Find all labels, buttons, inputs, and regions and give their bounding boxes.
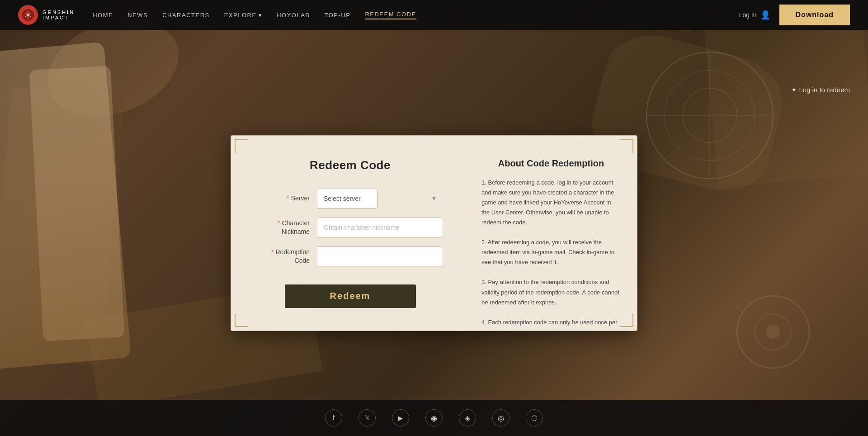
- character-nickname-input[interactable]: [317, 218, 442, 237]
- login-button[interactable]: Log In 👤: [739, 10, 770, 20]
- about-text: 1. Before redeeming a code, log in to yo…: [481, 178, 621, 326]
- code-required: *: [271, 248, 274, 256]
- social-facebook[interactable]: f: [325, 409, 342, 427]
- about-title: About Code Redemption: [481, 158, 621, 169]
- social-twitter[interactable]: 𝕏: [359, 409, 376, 427]
- user-icon: 👤: [760, 10, 770, 20]
- server-label: *Server: [258, 194, 317, 202]
- login-redeem-bar[interactable]: ✦ Log in to redeem: [791, 86, 850, 94]
- redeem-button-wrapper: Redeem: [258, 279, 442, 308]
- card-corner-bl: [235, 313, 248, 327]
- character-nickname-row: *CharacterNickname: [258, 218, 442, 237]
- bg-scroll-2: [29, 66, 124, 341]
- logo-sub: IMPACT: [42, 15, 75, 20]
- bg-gear: [705, 264, 841, 400]
- hero-section: ✦ Log in to redeem Redeem Code *Server S…: [0, 0, 868, 436]
- nav-links: HOME NEWS CHARACTERS EXPLORE ▾ HoYoLAB T…: [93, 11, 416, 19]
- logo-icon: [18, 5, 38, 25]
- social-instagram[interactable]: ◉: [425, 409, 443, 427]
- logo[interactable]: Genshin IMPACT: [18, 5, 75, 25]
- reddit-icon: ◎: [498, 414, 504, 422]
- twitter-icon: 𝕏: [365, 414, 370, 422]
- facebook-icon: f: [333, 414, 335, 422]
- social-reddit[interactable]: ◎: [492, 409, 509, 427]
- redeem-form-title: Redeem Code: [258, 158, 442, 172]
- about-panel: About Code Redemption 1. Before redeemin…: [465, 136, 637, 326]
- social-discord2[interactable]: ⬡: [526, 409, 543, 427]
- login-redeem-label: ✦ Log in to redeem: [791, 86, 850, 94]
- nav-right: Log In 👤 Download: [739, 5, 850, 25]
- server-required: *: [287, 194, 289, 202]
- instagram-icon: ◉: [431, 414, 437, 422]
- download-button[interactable]: Download: [779, 5, 850, 25]
- navbar: Genshin IMPACT HOME NEWS CHARACTERS EXPL…: [0, 0, 868, 30]
- svg-point-11: [766, 325, 780, 339]
- server-row: *Server Select server Asia America Europ…: [258, 189, 442, 209]
- server-select[interactable]: Select server Asia America Europe TW, HK…: [317, 189, 377, 209]
- nav-link-hoyolab[interactable]: HoYoLAB: [277, 12, 310, 19]
- svg-point-1: [27, 14, 29, 16]
- character-required: *: [278, 219, 280, 227]
- nav-link-redeem[interactable]: REDEEM CODE: [365, 11, 416, 19]
- redeem-card: Redeem Code *Server Select server Asia A…: [231, 135, 637, 331]
- redemption-code-label: *RedemptionCode: [258, 248, 317, 264]
- nav-left: Genshin IMPACT HOME NEWS CHARACTERS EXPL…: [18, 5, 416, 25]
- redeem-button[interactable]: Redeem: [285, 284, 416, 308]
- card-corner-tl: [235, 139, 248, 153]
- character-nickname-label: *CharacterNickname: [258, 219, 317, 235]
- server-select-wrapper: Select server Asia America Europe TW, HK…: [317, 189, 442, 209]
- redemption-code-row: *RedemptionCode XBRSDNF6BP4R: [258, 246, 442, 266]
- nav-link-home[interactable]: HOME: [93, 12, 113, 19]
- footer: f 𝕏 ▶ ◉ ◈ ◎ ⬡: [0, 400, 868, 436]
- discord-icon: ◈: [465, 414, 470, 422]
- nav-link-news[interactable]: NEWS: [127, 12, 148, 19]
- card-corner-tr: [620, 139, 633, 153]
- youtube-icon: ▶: [398, 415, 403, 422]
- social-discord[interactable]: ◈: [459, 409, 476, 427]
- explore-label: EXPLORE: [224, 12, 257, 19]
- chevron-down-icon: ▼: [431, 195, 437, 202]
- chevron-down-icon: ▾: [259, 12, 263, 19]
- nav-link-explore[interactable]: EXPLORE ▾: [224, 12, 262, 19]
- logo-brand: Genshin: [42, 9, 75, 15]
- logo-text-genshin: Genshin IMPACT: [42, 9, 75, 20]
- card-corner-br: [620, 313, 633, 327]
- login-label: Log In: [739, 11, 757, 19]
- redemption-code-input[interactable]: XBRSDNF6BP4R: [317, 246, 442, 266]
- redeem-form-panel: Redeem Code *Server Select server Asia A…: [231, 136, 465, 331]
- discord2-icon: ⬡: [531, 414, 538, 422]
- nav-link-topup[interactable]: TOP-UP: [324, 12, 350, 19]
- nav-link-characters[interactable]: CHARACTERS: [162, 12, 210, 19]
- social-youtube[interactable]: ▶: [392, 409, 409, 427]
